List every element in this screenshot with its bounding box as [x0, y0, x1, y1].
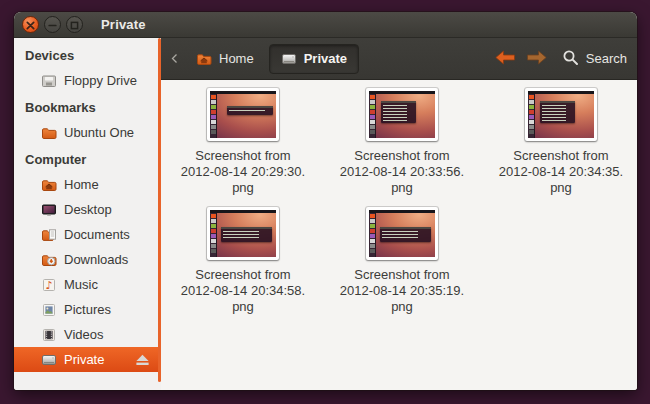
close-icon: [26, 16, 35, 34]
music-icon: ♪: [41, 277, 57, 293]
pathbar-scroll-left-icon[interactable]: [171, 53, 178, 64]
sidebar-item-label: Floppy Drive: [64, 73, 137, 88]
screenshot-preview-image: [210, 210, 276, 257]
breadcrumb-label: Home: [219, 51, 254, 66]
file-name-line: png: [340, 180, 464, 196]
sidebar-item-label: Downloads: [64, 252, 128, 267]
sidebar-item-label: Music: [64, 277, 98, 292]
file-item[interactable]: Screenshot from2012-08-14 20:34:35.png: [486, 88, 636, 207]
file-name-line: png: [340, 299, 464, 315]
thumb-window: [227, 106, 273, 115]
sidebar-item-label: Home: [64, 177, 99, 192]
videos-icon: [41, 327, 57, 343]
thumb-menubar: [528, 91, 594, 94]
file-name-line: png: [499, 180, 623, 196]
thumb-launcher: [369, 94, 376, 138]
sidebar-item-downloads[interactable]: Downloads: [14, 247, 161, 272]
thumb-menubar: [210, 91, 276, 94]
window-title: Private: [101, 17, 146, 32]
file-name: Screenshot from2012-08-14 20:35:19.png: [340, 267, 464, 315]
file-item[interactable]: Screenshot from2012-08-14 20:29:30.png: [168, 88, 318, 207]
sidebar-item-label: Videos: [64, 327, 104, 342]
thumb-window: [380, 227, 431, 242]
thumb-window: [221, 227, 272, 242]
file-grid[interactable]: Screenshot from2012-08-14 20:29:30.pngSc…: [161, 80, 637, 390]
sidebar-item-music[interactable]: ♪Music: [14, 272, 161, 297]
forward-button[interactable]: [521, 48, 553, 70]
file-name-line: 2012-08-14 20:34:35.: [499, 164, 623, 180]
sidebar-item-label: Pictures: [64, 302, 111, 317]
desktop-icon: [41, 202, 57, 218]
file-name: Screenshot from2012-08-14 20:34:58.png: [181, 267, 305, 315]
documents-icon: [41, 227, 57, 243]
folder-icon: [41, 125, 57, 141]
breadcrumb-home[interactable]: Home: [184, 44, 266, 74]
file-thumbnail: [366, 207, 438, 260]
forward-arrow-icon: [526, 50, 548, 68]
sidebar-item-label: Private: [64, 352, 104, 367]
file-thumbnail: [207, 88, 279, 141]
maximize-button[interactable]: [66, 16, 83, 33]
breadcrumb: HomePrivate: [184, 44, 359, 74]
file-item[interactable]: Screenshot from2012-08-14 20:35:19.png: [327, 207, 477, 326]
file-name: Screenshot from2012-08-14 20:34:35.png: [499, 148, 623, 196]
sidebar-item-documents[interactable]: Documents: [14, 222, 161, 247]
maximize-icon: [70, 16, 79, 34]
minimize-button[interactable]: [44, 16, 61, 33]
search-button[interactable]: Search: [562, 49, 627, 69]
search-label: Search: [586, 51, 627, 66]
file-name-line: 2012-08-14 20:34:58.: [181, 283, 305, 299]
file-name-line: 2012-08-14 20:35:19.: [340, 283, 464, 299]
thumb-menubar: [369, 91, 435, 94]
file-manager-window: Private DevicesFloppy DriveBookmarksUbun…: [14, 12, 637, 390]
sidebar: DevicesFloppy DriveBookmarksUbuntu OneCo…: [14, 38, 161, 390]
file-thumbnail: [366, 88, 438, 141]
sidebar-item-label: Desktop: [64, 202, 112, 217]
eject-icon[interactable]: [135, 354, 150, 366]
file-item[interactable]: Screenshot from2012-08-14 20:34:58.png: [168, 207, 318, 326]
sidebar-item-videos[interactable]: Videos: [14, 322, 161, 347]
file-name-line: png: [181, 180, 305, 196]
file-name: Screenshot from2012-08-14 20:29:30.png: [181, 148, 305, 196]
sidebar-item-private[interactable]: Private: [14, 347, 161, 372]
home-folder-icon: [41, 177, 57, 193]
file-name-line: png: [181, 299, 305, 315]
sidebar-section-header: Devices: [14, 41, 161, 68]
breadcrumb-private[interactable]: Private: [269, 44, 359, 74]
back-button[interactable]: [489, 48, 521, 70]
breadcrumb-label: Private: [304, 51, 347, 66]
sidebar-section-header: Bookmarks: [14, 93, 161, 120]
thumb-menubar: [210, 210, 276, 213]
sidebar-item-label: Ubuntu One: [64, 125, 134, 140]
sidebar-item-ubuntu-one[interactable]: Ubuntu One: [14, 120, 161, 145]
thumb-launcher: [528, 94, 535, 138]
screenshot-preview-image: [369, 91, 435, 138]
file-thumbnail: [207, 207, 279, 260]
downloads-icon: [41, 252, 57, 268]
desktop-background: Private DevicesFloppy DriveBookmarksUbun…: [0, 0, 650, 404]
sidebar-scrollbar-thumb[interactable]: [158, 38, 161, 382]
sidebar-item-desktop[interactable]: Desktop: [14, 197, 161, 222]
titlebar[interactable]: Private: [14, 12, 637, 38]
search-icon: [562, 49, 579, 69]
close-button[interactable]: [22, 16, 39, 33]
screenshot-preview-image: [210, 91, 276, 138]
sidebar-item-home[interactable]: Home: [14, 172, 161, 197]
minimize-icon: [48, 16, 57, 34]
home-folder-icon: [196, 51, 212, 67]
back-arrow-icon: [494, 50, 516, 68]
file-thumbnail: [525, 88, 597, 141]
drive-icon: [281, 51, 297, 67]
sidebar-item-floppy-drive[interactable]: Floppy Drive: [14, 68, 161, 93]
thumb-window: [540, 101, 575, 123]
file-name: Screenshot from2012-08-14 20:33:56.png: [340, 148, 464, 196]
thumb-window: [381, 101, 416, 123]
thumb-menubar: [369, 210, 435, 213]
file-name-line: 2012-08-14 20:33:56.: [340, 164, 464, 180]
file-name-line: Screenshot from: [181, 148, 305, 164]
sidebar-item-pictures[interactable]: Pictures: [14, 297, 161, 322]
file-name-line: Screenshot from: [340, 267, 464, 283]
thumb-launcher: [210, 213, 217, 257]
file-name-line: Screenshot from: [181, 267, 305, 283]
file-item[interactable]: Screenshot from2012-08-14 20:33:56.png: [327, 88, 477, 207]
